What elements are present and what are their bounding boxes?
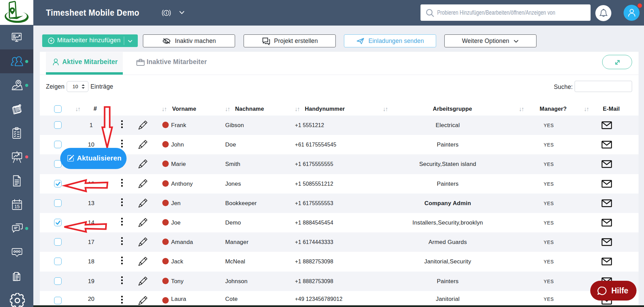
svg-text:i: i <box>166 11 167 15</box>
svg-text:15: 15 <box>14 204 20 209</box>
